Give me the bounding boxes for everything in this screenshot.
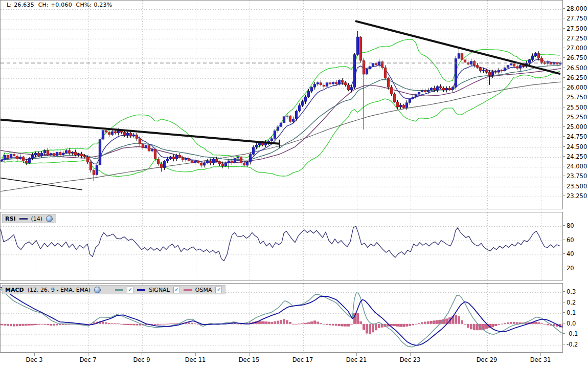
value-tick [563, 38, 565, 38]
value-tick-label: 24.250 [567, 153, 587, 160]
rsi-params: (14) [31, 215, 43, 222]
macd-line-checkbox[interactable]: ✔ [127, 287, 133, 293]
value-tick [563, 57, 565, 58]
change-value: +0.060 [51, 2, 72, 8]
value-tick [563, 8, 565, 9]
date-tick [88, 353, 88, 356]
value-tick [563, 344, 565, 344]
value-tick-label: 26.250 [567, 74, 587, 81]
value-tick [563, 126, 565, 127]
date-tick [34, 353, 35, 356]
date-tick-label: Dec 3 [16, 356, 52, 363]
change-label: CH: [38, 2, 49, 8]
value-tick [563, 48, 565, 48]
value-tick-label: -0.2 [567, 341, 578, 348]
value-tick [563, 97, 565, 97]
rsi-panel: RSI (14) [0, 212, 563, 280]
value-tick [563, 156, 565, 157]
value-tick [563, 77, 565, 78]
value-tick-label: 24.750 [567, 133, 587, 140]
value-tick [563, 18, 565, 18]
macd-panel: MACD (12, 26, 9 - EMA, EMA) ✔ SIGNAL ✔ O… [0, 283, 563, 353]
signal-line-swatch [137, 289, 145, 291]
value-tick [563, 225, 565, 226]
value-tick-label: 27.500 [567, 25, 587, 32]
date-tick [142, 353, 142, 356]
value-tick-label: 26.500 [567, 64, 587, 72]
value-tick [563, 28, 565, 29]
date-tick [410, 353, 411, 356]
signal-checkbox[interactable]: ✔ [173, 287, 180, 293]
value-tick-label: 25.750 [567, 94, 587, 101]
date-tick-label: Dec 29 [469, 356, 505, 363]
value-tick-label: 23.750 [567, 172, 587, 180]
signal-label: SIGNAL [149, 287, 170, 293]
value-tick-label: 0.1 [567, 309, 576, 316]
value-tick [563, 87, 565, 88]
rsi-header: RSI (14) [2, 214, 56, 223]
macd-title: MACD [5, 287, 24, 293]
date-tick [303, 353, 303, 356]
date-tick-label: Dec 7 [70, 356, 106, 363]
macd-line-swatch [115, 289, 123, 291]
value-tick-label: 0.2 [567, 299, 576, 306]
value-tick [563, 253, 565, 254]
value-tick-label: 40 [567, 250, 574, 257]
value-tick-label: 28.000 [567, 5, 587, 12]
value-tick-label: 20 [567, 265, 574, 272]
osma-label: OSMA [195, 287, 212, 293]
date-tick-label: Dec 17 [285, 356, 321, 363]
date-tick [356, 353, 357, 356]
price-chart-canvas[interactable] [1, 1, 563, 209]
date-tick-label: Dec 31 [523, 356, 558, 363]
value-tick-label: 23.500 [567, 183, 587, 190]
value-tick-label: 26.000 [567, 84, 587, 91]
price-info: L:26.635 CH:+0.060 CH%:0.23% [7, 2, 114, 8]
value-tick-label: 27.750 [567, 15, 587, 22]
value-tick-label: 25.250 [567, 114, 587, 121]
change-pct-label: CH%: [76, 2, 92, 8]
value-tick-label: 25.500 [567, 104, 587, 111]
date-tick-label: Dec 21 [338, 356, 374, 363]
date-tick-label: Dec 11 [177, 356, 213, 363]
rsi-title: RSI [5, 215, 16, 222]
value-tick [563, 291, 565, 292]
macd-params: (12, 26, 9 - EMA, EMA) [28, 287, 91, 293]
value-tick [563, 176, 565, 176]
value-tick [563, 240, 565, 240]
value-tick-label: 25.000 [567, 123, 587, 131]
price-panel: L:26.635 CH:+0.060 CH%:0.23% [0, 0, 563, 209]
rsi-chart-canvas[interactable] [1, 212, 563, 280]
value-tick [563, 312, 565, 313]
value-tick [563, 166, 565, 166]
date-tick [249, 353, 250, 356]
value-tick [563, 146, 565, 147]
value-tick-label: 0.3 [567, 288, 576, 295]
value-tick-label: 80 [567, 222, 574, 229]
date-axis: Dec 3Dec 7Dec 9Dec 11Dec 15Dec 17Dec 21D… [0, 353, 563, 367]
value-tick-label: 26.750 [567, 54, 587, 61]
value-tick [563, 196, 565, 196]
value-tick [563, 107, 565, 107]
date-tick-label: Dec 23 [392, 356, 428, 363]
value-tick-label: 0.0 [567, 320, 576, 327]
osma-swatch [184, 289, 192, 291]
value-tick [563, 117, 565, 117]
value-tick-label: 27.000 [567, 45, 587, 52]
macd-header: MACD (12, 26, 9 - EMA, EMA) ✔ SIGNAL ✔ O… [2, 285, 225, 294]
value-tick [563, 302, 565, 303]
rsi-settings-icon[interactable] [46, 215, 53, 222]
value-tick [563, 323, 565, 323]
osma-checkbox[interactable]: ✔ [215, 287, 222, 293]
date-tick [487, 353, 487, 356]
value-tick [563, 68, 565, 68]
change-pct-value: 0.23% [94, 2, 112, 8]
value-tick-label: 60 [567, 236, 574, 244]
value-tick-label: 23.250 [567, 192, 587, 200]
macd-settings-icon[interactable] [94, 287, 101, 293]
date-tick-label: Dec 9 [124, 356, 160, 363]
date-tick-label: Dec 15 [231, 356, 267, 363]
last-price-value: 26.635 [14, 2, 34, 8]
rsi-line-swatch [19, 218, 28, 220]
value-tick [563, 186, 565, 186]
